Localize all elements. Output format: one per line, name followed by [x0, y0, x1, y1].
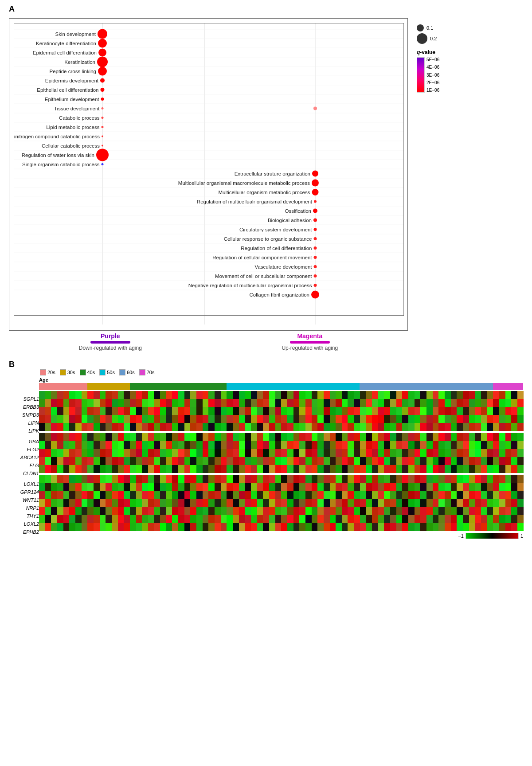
heatmap-cell	[142, 515, 148, 523]
heatmap-cell	[142, 399, 148, 407]
heatmap-cell	[354, 441, 360, 449]
heatmap-cell	[275, 433, 282, 441]
heatmap-cell	[372, 507, 378, 515]
heatmap-cell	[87, 433, 94, 441]
heatmap-cell	[324, 499, 330, 507]
dot-plot-area: Skin developmentKeratinocyte differentia…	[9, 18, 408, 331]
heatmap-cell	[106, 449, 112, 457]
heatmap-cell	[348, 449, 354, 457]
heatmap-cell	[124, 449, 130, 457]
heatmap-cell	[281, 499, 287, 507]
heatmap-cell	[445, 523, 451, 531]
heatmap-cell	[94, 391, 100, 399]
purple-label-group: Purple Down-regulated with aging	[79, 332, 142, 351]
heatmap-cell	[136, 475, 142, 483]
heatmap-cell	[517, 457, 524, 465]
heatmap-cell	[275, 457, 282, 465]
heatmap-cell	[493, 407, 499, 415]
heatmap-cell	[517, 499, 524, 507]
qval-label-3: 3E−06	[426, 73, 439, 78]
heatmap-cell	[402, 491, 408, 499]
heatmap-row-ERBB3	[39, 399, 523, 407]
heatmap-cell	[408, 415, 415, 423]
heatmap-cell	[293, 441, 300, 449]
age-legend-20s: 20s	[40, 369, 55, 375]
heatmap-cell	[433, 515, 439, 523]
heatmap-cell	[118, 391, 124, 399]
heatmap-cell	[469, 399, 475, 407]
heatmap-cell	[402, 449, 408, 457]
heatmap-cell	[415, 433, 421, 441]
heatmap-cell	[336, 465, 342, 473]
heatmap-cell	[221, 391, 227, 399]
heatmap-cell	[330, 423, 336, 431]
heatmap-cell	[196, 483, 203, 491]
heatmap-cell	[160, 475, 166, 483]
heatmap-cell	[69, 465, 75, 473]
svg-point-80	[314, 246, 317, 250]
heatmap-cell	[463, 441, 469, 449]
heatmap-cell	[100, 399, 106, 407]
heatmap-cell	[324, 491, 330, 499]
heatmap-cell	[451, 423, 457, 431]
svg-text:Movement of cell or subcellula: Movement of cell or subcellular componen…	[215, 274, 312, 279]
heatmap-cell	[420, 523, 426, 531]
heatmap-cell	[142, 491, 148, 499]
gene-group-labels-0: SGPL1ERBB3SMPD3LIPNLIPK	[9, 395, 39, 435]
heatmap-cell	[269, 415, 275, 423]
heatmap-cell	[457, 441, 463, 449]
heatmap-cell	[293, 465, 300, 473]
heatmap-cell	[517, 423, 524, 431]
heatmap-cell	[336, 523, 342, 531]
heatmap-cell	[336, 441, 342, 449]
heatmap-cell	[239, 441, 245, 449]
svg-point-33	[98, 29, 107, 39]
heatmap-cell	[275, 407, 282, 415]
heatmap-cell	[493, 391, 499, 399]
heatmap-cell	[166, 441, 172, 449]
heatmap-cell	[330, 475, 336, 483]
heatmap-cell	[426, 407, 433, 415]
heatmap-cell	[196, 523, 203, 531]
heatmap-cell	[396, 515, 403, 523]
heatmap-cell	[227, 399, 233, 407]
heatmap-cell	[39, 449, 45, 457]
heatmap-cell	[263, 449, 269, 457]
heatmap-cell	[336, 457, 342, 465]
heatmap-cell	[293, 491, 300, 499]
heatmap-cell	[45, 415, 51, 423]
heatmap-cell	[75, 391, 82, 399]
heatmap-cell	[433, 441, 439, 449]
heatmap-cell	[190, 399, 196, 407]
heatmap-cell	[172, 491, 178, 499]
heatmap-cell	[415, 491, 421, 499]
heatmap-cell	[263, 407, 269, 415]
svg-point-68	[312, 189, 319, 195]
heatmap-cell	[457, 523, 463, 531]
heatmap-cell	[233, 457, 239, 465]
heatmap-cell	[281, 483, 287, 491]
x-axis-labels: Purple Down-regulated with aging Magenta…	[9, 331, 408, 351]
heatmap-cell	[378, 449, 384, 457]
heatmap-row-LIPK	[39, 423, 523, 431]
heatmap-cell	[511, 433, 517, 441]
heatmap-cell	[354, 475, 360, 483]
gene-labels-col: SGPL1ERBB3SMPD3LIPNLIPKGBAFLG2ABCA12FLGC…	[9, 377, 39, 536]
heatmap-cell	[82, 507, 88, 515]
heatmap-cell	[154, 515, 160, 523]
heatmap-cell	[336, 399, 342, 407]
heatmap-cell	[378, 499, 384, 507]
heatmap-cell	[263, 491, 269, 499]
heatmap-cell	[287, 407, 293, 415]
gene-label-FLG2: FLG2	[9, 446, 39, 453]
heatmap-cell	[160, 399, 166, 407]
heatmap-cell	[178, 523, 184, 531]
heatmap-cell	[366, 399, 372, 407]
heatmap-cell	[196, 515, 203, 523]
heatmap-cell	[336, 483, 342, 491]
heatmap-cell	[420, 407, 426, 415]
heatmap-cell	[51, 391, 57, 399]
heatmap-cell	[505, 457, 512, 465]
heatmap-cell	[100, 515, 106, 523]
heatmap-cell	[63, 507, 70, 515]
